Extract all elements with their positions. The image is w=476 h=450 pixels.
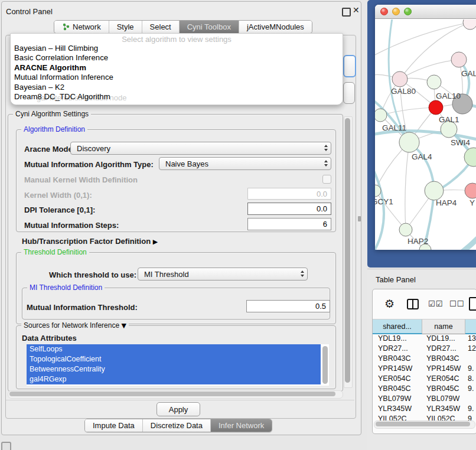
tab-select[interactable]: Select — [142, 21, 180, 33]
network-window-titlebar[interactable] — [375, 5, 476, 19]
tab-cyni-toolbox[interactable]: Cyni Toolbox — [180, 21, 239, 33]
algorithm-dropdown[interactable]: Select algorithm to view settings Bayesi… — [10, 33, 343, 105]
node-hap2[interactable] — [399, 223, 412, 236]
tab-style[interactable]: Style — [109, 21, 142, 33]
mi-steps-field[interactable]: 6 — [247, 218, 331, 230]
table-toolbar: ⚙ ☑☑ ☐☐ — [373, 289, 476, 318]
tab-label: Style — [117, 22, 134, 31]
table-horizontal-scrollbar[interactable] — [374, 420, 475, 429]
mi-threshold-field[interactable]: 0.5 — [246, 300, 330, 312]
tab-impute-data[interactable]: Impute Data — [85, 419, 143, 432]
divider — [6, 400, 354, 400]
node-y[interactable] — [465, 183, 476, 198]
hidden-combo-focused-fragment[interactable] — [343, 55, 356, 77]
cell: YBR045C — [422, 384, 465, 394]
node-table: ⚙ ☑☑ ☐☐ shared...name YDL19...YDL19...13… — [372, 289, 476, 434]
which-threshold-select[interactable]: MI Threshold — [138, 268, 308, 281]
table-row[interactable]: YLR345WYLR345W9. — [373, 404, 476, 414]
cell: YDR27... — [373, 344, 422, 354]
attribute-selfloops[interactable]: SelfLoops — [27, 344, 321, 354]
column-header-name[interactable]: name — [422, 319, 465, 334]
mi-algorithm-type-select[interactable]: Naive Bayes — [159, 157, 331, 170]
attribute-betweennesscentrality[interactable]: BetweennessCentrality — [27, 364, 321, 374]
bottom-tabs: Impute DataDiscretize DataInfer Network — [84, 419, 272, 432]
algorithm-definition-title: Algorithm Definition — [21, 125, 87, 133]
cell: 9. — [465, 404, 476, 414]
node-gal80[interactable] — [392, 71, 407, 87]
cell: YDL19... — [373, 334, 422, 344]
node-label-gcy1: GCY1 — [375, 197, 393, 206]
cell: YER054C — [422, 374, 465, 384]
aracne-mode-select[interactable]: Discovery — [70, 142, 331, 155]
table-row[interactable]: YBR045CYBR045C9. — [373, 384, 476, 394]
tab-network[interactable]: Network — [54, 21, 109, 33]
network-view-window: GALGAL80GAL10GAL1GAL11SWI4GAL4GCY1HAP4YH… — [375, 5, 476, 250]
cell — [465, 394, 476, 404]
network-canvas[interactable]: GALGAL80GAL10GAL1GAL11SWI4GAL4GCY1HAP4YH… — [375, 19, 476, 250]
hidden-combo-fragment[interactable] — [343, 82, 355, 104]
dpi-tolerance-field[interactable]: 0.0 — [247, 203, 331, 215]
tab-discretize-data[interactable]: Discretize Data — [143, 419, 211, 432]
table-row[interactable]: YPR145WYPR145W9. — [373, 364, 476, 374]
mi-threshold-label: Mutual Information Threshold: — [27, 303, 138, 312]
data-attributes-label: Data Attributes — [22, 334, 77, 343]
algorithm-dropdown-list: Bayesian – Hill ClimbingBasic Correlatio… — [11, 44, 343, 102]
deselect-all-icon[interactable]: ☐☐ — [449, 299, 464, 308]
minimized-panel-icon[interactable] — [1, 442, 11, 450]
sources-group-title[interactable]: Sources for Network Inference ▼ — [21, 321, 129, 330]
close-icon[interactable]: ✕ — [353, 5, 360, 15]
algorithm-option-bayesian-hill-climbing[interactable]: Bayesian – Hill Climbing — [11, 44, 343, 53]
algorithm-option-aracne-algorithm[interactable]: ARACNE Algorithm — [11, 63, 343, 73]
float-icon[interactable] — [342, 8, 351, 17]
split-pane-handle[interactable] — [358, 216, 361, 221]
node-gal11[interactable] — [375, 109, 387, 122]
node-label-gal10: GAL10 — [436, 92, 461, 100]
attribute-gal4rgexp[interactable]: gal4RGexp — [27, 374, 321, 384]
zoom-light[interactable] — [404, 8, 412, 15]
algorithm-option-mutual-information-inference[interactable]: Mutual Information Inference — [11, 73, 343, 82]
tab-label: Impute Data — [93, 421, 135, 430]
column-header-shared[interactable]: shared... — [373, 319, 422, 334]
attribute-topologicalcoefficient[interactable]: TopologicalCoefficient — [27, 354, 321, 364]
settings-horizontal-scrollbar[interactable] — [8, 390, 343, 399]
columns-icon[interactable] — [407, 299, 419, 309]
tab-label: Network — [73, 22, 101, 31]
cell: YBL079W — [422, 394, 465, 404]
column-header-cut[interactable] — [465, 319, 476, 334]
node-gal[interactable] — [451, 52, 467, 67]
algorithm-option-dream8-dc-tdc-algorithm[interactable]: Dream8 DC_TDC Algorithm — [11, 92, 343, 102]
document-icon[interactable] — [469, 297, 476, 311]
node-gal10[interactable] — [427, 75, 441, 89]
node-unlabeled[interactable] — [463, 19, 476, 30]
manual-kernel-width-label: Manual Kernel Width Definition — [24, 175, 138, 184]
kernel-width-field[interactable]: 0.0 — [247, 188, 331, 200]
node-unlabeled[interactable] — [464, 148, 476, 167]
tab-infer-network[interactable]: Infer Network — [211, 419, 272, 432]
node-gal1[interactable] — [429, 100, 443, 115]
table-row[interactable]: YBR043CYBR043C — [373, 354, 476, 364]
node-hap4[interactable] — [425, 181, 444, 200]
table-row[interactable]: YDR27...YDR27...12 — [373, 344, 476, 354]
algorithm-option-basic-correlation-inference[interactable]: Basic Correlation Inference — [11, 53, 343, 63]
manual-kernel-width-checkbox[interactable] — [322, 175, 331, 184]
algorithm-option-bayesian-k2[interactable]: Bayesian – K2 — [11, 83, 343, 92]
mi-algorithm-type-value: Naive Bayes — [165, 159, 208, 168]
gear-icon[interactable]: ⚙ — [384, 297, 395, 310]
node-label-swi4: SWI4 — [451, 138, 470, 147]
table-row[interactable]: YER054CYER054C8. — [373, 374, 476, 384]
tab-jactivemnodules[interactable]: jActiveMNodules — [239, 21, 312, 33]
cell: YPR145W — [422, 364, 465, 374]
cell: YBR043C — [422, 354, 465, 364]
node-gal4[interactable] — [399, 132, 419, 152]
select-all-icon[interactable]: ☑☑ — [428, 299, 443, 308]
table-row[interactable]: YBL079WYBL079W — [373, 394, 476, 404]
settings-vertical-scrollbar[interactable] — [344, 116, 353, 388]
hub-definition-toggle[interactable]: Hub/Transcription Factor Definition ▶ — [22, 237, 158, 246]
apply-button[interactable]: Apply — [157, 402, 200, 416]
close-light[interactable] — [380, 8, 388, 15]
minimize-light[interactable] — [392, 8, 400, 15]
attributes-scrollbar[interactable] — [322, 346, 328, 384]
cell: 9. — [465, 384, 476, 394]
aracne-mode-value: Discovery — [77, 144, 110, 153]
table-row[interactable]: YDL19...YDL19...13 — [373, 334, 476, 344]
